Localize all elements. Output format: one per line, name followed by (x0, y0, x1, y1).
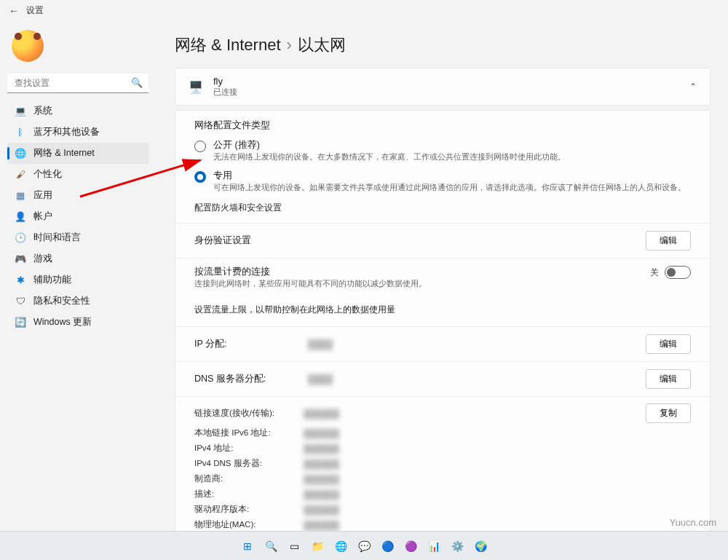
ip-label: IP 分配: (194, 338, 296, 350)
wechat-icon[interactable]: 💬 (355, 537, 373, 556)
toggle-state: 关 (650, 267, 659, 279)
sidebar-item-4[interactable]: ▦应用 (7, 185, 149, 206)
sidebar-item-label: 隐私和安全性 (33, 295, 90, 307)
sidebar-icon: ▦ (15, 190, 26, 201)
sidebar-icon: 🎮 (15, 253, 26, 264)
metered-toggle[interactable] (665, 266, 691, 279)
chrome-icon[interactable]: 🌐 (331, 537, 350, 556)
taskbar-search-icon[interactable]: 🔍 (261, 537, 280, 556)
copy-button[interactable]: 复制 (646, 403, 691, 423)
sidebar-item-5[interactable]: 👤帐户 (7, 206, 149, 227)
profile-type-title: 网络配置文件类型 (194, 119, 691, 132)
usage-link[interactable]: 设置流量上限，以帮助控制在此网络上的数据使用量 (194, 304, 691, 316)
settings-icon[interactable]: ⚙️ (448, 537, 467, 556)
sidebar-icon: ✱ (15, 275, 26, 285)
metered-row: 按流量计费的连接 连接到此网络时，某些应用可能具有不同的功能以减少数据使用。 关 (175, 258, 710, 296)
sidebar-item-6[interactable]: 🕒时间和语言 (7, 227, 149, 248)
sidebar-item-label: 蓝牙和其他设备 (33, 126, 100, 138)
app-name: 设置 (26, 4, 44, 17)
detail-label: IPv4 地址: (194, 443, 296, 454)
detail-label: 物理地址(MAC): (194, 519, 296, 530)
detail-row: 制造商:██████ (194, 471, 691, 486)
detail-value: ██████ (304, 460, 691, 468)
radio-public[interactable]: 公开 (推荐) 无法在网络上发现你的设备。在大多数情况下，在家庭、工作或公共位置… (194, 139, 691, 162)
private-desc: 可在网络上发现你的设备。如果需要文件共享或使用通过此网络通信的应用，请选择此选项… (213, 182, 686, 193)
breadcrumb-parent[interactable]: 网络 & Internet (175, 34, 281, 56)
sidebar-icon: 👤 (15, 211, 26, 222)
private-label: 专用 (213, 170, 686, 182)
content-area: 网络 & Internet › 以太网 🖥️ fly 已连接 ⌃ 网络配置文件类… (153, 21, 728, 560)
detail-row: 本地链接 IPv6 地址:██████ (194, 425, 691, 441)
monitor-icon: 🖥️ (189, 80, 203, 94)
detail-label: IPv4 DNS 服务器: (194, 458, 296, 469)
detail-row: 驱动程序版本:██████ (194, 502, 691, 517)
sidebar-item-10[interactable]: 🔄Windows 更新 (7, 312, 149, 333)
sidebar-item-1[interactable]: ᛒ蓝牙和其他设备 (7, 122, 149, 143)
public-desc: 无法在网络上发现你的设备。在大多数情况下，在家庭、工作或公共位置连接到网络时使用… (213, 151, 566, 162)
detail-value: ██████ (304, 409, 638, 418)
app-icon-4[interactable]: 🌍 (471, 537, 490, 556)
metered-label: 按流量计费的连接 (194, 266, 427, 278)
sidebar-item-0[interactable]: 💻系统 (7, 100, 149, 122)
user-profile[interactable] (7, 27, 149, 72)
sidebar-item-label: 辅助功能 (33, 274, 71, 286)
avatar (12, 30, 44, 62)
firewall-link[interactable]: 配置防火墙和安全设置 (194, 202, 691, 214)
chevron-right-icon: › (287, 36, 292, 55)
sidebar-icon: ᛒ (15, 127, 26, 138)
sidebar-icon: 💻 (15, 106, 26, 117)
sidebar-icon: 🕒 (15, 232, 26, 243)
app-icon-3[interactable]: 📊 (424, 537, 443, 556)
dns-edit-button[interactable]: 编辑 (646, 369, 691, 389)
detail-value: ██████ (304, 505, 691, 514)
sidebar-item-2[interactable]: 🌐网络 & Internet (7, 143, 149, 164)
sidebar-icon: 🌐 (15, 148, 26, 159)
sidebar-icon: 🛡 (15, 296, 26, 307)
sidebar-icon: 🔄 (15, 317, 26, 328)
connection-header-card[interactable]: 🖥️ fly 已连接 ⌃ (175, 68, 711, 106)
auth-row: 身份验证设置 编辑 (175, 223, 710, 258)
detail-row: 物理地址(MAC):██████ (194, 517, 691, 532)
metered-desc: 连接到此网络时，某些应用可能具有不同的功能以减少数据使用。 (194, 278, 427, 289)
dns-row: DNS 服务器分配: ████ 编辑 (175, 361, 710, 396)
search-box[interactable]: 🔍 (7, 74, 149, 93)
sidebar-item-label: 个性化 (33, 168, 62, 181)
detail-label: 制造商: (194, 473, 296, 484)
breadcrumb: 网络 & Internet › 以太网 (175, 21, 711, 68)
taskbar[interactable]: ⊞ 🔍 ▭ 📁 🌐 💬 🔵 🟣 📊 ⚙️ 🌍 (0, 531, 728, 560)
detail-value: ██████ (304, 490, 691, 499)
sidebar: 🔍 💻系统ᛒ蓝牙和其他设备🌐网络 & Internet🖌个性化▦应用👤帐户🕒时间… (0, 21, 153, 560)
app-icon-1[interactable]: 🔵 (378, 537, 397, 556)
auth-edit-button[interactable]: 编辑 (646, 231, 691, 251)
radio-private[interactable]: 专用 可在网络上发现你的设备。如果需要文件共享或使用通过此网络通信的应用，请选择… (194, 170, 691, 193)
ip-edit-button[interactable]: 编辑 (646, 334, 691, 354)
detail-value: ██████ (304, 521, 691, 529)
sidebar-item-label: 帐户 (33, 210, 52, 223)
titlebar: ← 设置 (0, 0, 728, 21)
sidebar-item-label: 系统 (33, 105, 52, 117)
radio-selected-icon (194, 171, 206, 183)
detail-label: 描述: (194, 489, 296, 500)
taskview-icon[interactable]: ▭ (285, 537, 304, 556)
detail-label: 驱动程序版本: (194, 504, 296, 515)
dns-value: ████ (308, 374, 634, 384)
watermark: Yuucn.com (670, 517, 716, 528)
ip-row: IP 分配: ████ 编辑 (175, 326, 710, 361)
app-icon-2[interactable]: 🟣 (401, 537, 420, 556)
sidebar-item-8[interactable]: ✱辅助功能 (7, 269, 149, 291)
sidebar-item-3[interactable]: 🖌个性化 (7, 164, 149, 185)
dns-label: DNS 服务器分配: (194, 373, 296, 385)
search-input[interactable] (7, 74, 149, 93)
sidebar-item-9[interactable]: 🛡隐私和安全性 (7, 291, 149, 312)
detail-row: IPv4 地址:██████ (194, 441, 691, 456)
explorer-icon[interactable]: 📁 (308, 537, 327, 556)
back-icon[interactable]: ← (9, 5, 19, 17)
detail-value: ██████ (304, 475, 691, 484)
auth-label: 身份验证设置 (194, 234, 251, 247)
breadcrumb-current: 以太网 (298, 34, 346, 56)
detail-row: 链接速度(接收/传输):██████复制 (194, 401, 691, 425)
sidebar-item-7[interactable]: 🎮游戏 (7, 248, 149, 269)
start-icon[interactable]: ⊞ (238, 537, 257, 556)
settings-card: 网络配置文件类型 公开 (推荐) 无法在网络上发现你的设备。在大多数情况下，在家… (175, 110, 711, 543)
radio-icon (194, 141, 206, 152)
